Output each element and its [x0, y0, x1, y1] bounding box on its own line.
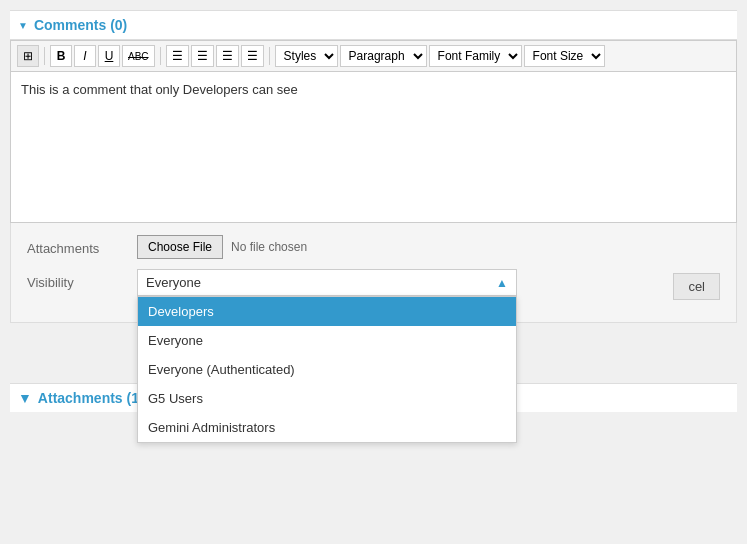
styles-select[interactable]: Styles: [275, 45, 338, 67]
font-size-select[interactable]: Font Size: [524, 45, 605, 67]
grid-icon-button[interactable]: ⊞: [17, 45, 39, 67]
visibility-select-display[interactable]: Everyone ▲: [137, 269, 517, 296]
paragraph-select[interactable]: Paragraph: [340, 45, 427, 67]
comments-section-header[interactable]: ▼ Comments (0): [10, 10, 737, 40]
visibility-control: Everyone ▲ Developers Everyone Everyone …: [137, 269, 673, 296]
dropdown-item-g5-users[interactable]: G5 Users: [138, 384, 516, 413]
visibility-label: Visibility: [27, 269, 137, 290]
toolbar-separator-2: [160, 47, 161, 65]
toolbar-separator-3: [269, 47, 270, 65]
visibility-selected-value: Everyone: [146, 275, 201, 290]
italic-button[interactable]: I: [74, 45, 96, 67]
font-family-select[interactable]: Font Family: [429, 45, 522, 67]
bold-button[interactable]: B: [50, 45, 72, 67]
align-center-button[interactable]: ☰: [191, 45, 214, 67]
attachments-title: Attachments (1): [38, 390, 144, 406]
align-left-button[interactable]: ☰: [166, 45, 189, 67]
page-wrapper: ▼ Comments (0) ⊞ B I U ABC ☰ ☰ ☰ ☰ Style…: [0, 0, 747, 544]
align-justify-button[interactable]: ☰: [241, 45, 264, 67]
attachments-chevron-icon: ▼: [18, 390, 32, 406]
visibility-row: Visibility Everyone ▲ Developers Everyon…: [27, 269, 720, 300]
editor-container: ⊞ B I U ABC ☰ ☰ ☰ ☰ Styles Paragraph Fon…: [10, 40, 737, 223]
form-area: Attachments Choose File No file chosen V…: [10, 223, 737, 323]
cancel-button[interactable]: cel: [673, 273, 720, 300]
visibility-arrow-icon: ▲: [496, 276, 508, 290]
dropdown-item-everyone[interactable]: Everyone: [138, 326, 516, 355]
dropdown-item-everyone-authenticated[interactable]: Everyone (Authenticated): [138, 355, 516, 384]
no-file-text: No file chosen: [231, 240, 307, 254]
attachments-label: Attachments: [27, 235, 137, 256]
toolbar-separator-1: [44, 47, 45, 65]
align-right-button[interactable]: ☰: [216, 45, 239, 67]
attachments-control: Choose File No file chosen: [137, 235, 720, 259]
underline-button[interactable]: U: [98, 45, 120, 67]
editor-content: This is a comment that only Developers c…: [21, 82, 298, 97]
visibility-dropdown-list: Developers Everyone Everyone (Authentica…: [137, 296, 517, 443]
attachments-row: Attachments Choose File No file chosen: [27, 235, 720, 259]
comments-chevron-icon: ▼: [18, 20, 28, 31]
editor-body[interactable]: This is a comment that only Developers c…: [11, 72, 736, 222]
choose-file-button[interactable]: Choose File: [137, 235, 223, 259]
strikethrough-button[interactable]: ABC: [122, 45, 155, 67]
comments-title: Comments (0): [34, 17, 127, 33]
dropdown-item-gemini-admins[interactable]: Gemini Administrators: [138, 413, 516, 442]
file-input-area: Choose File No file chosen: [137, 235, 720, 259]
editor-toolbar: ⊞ B I U ABC ☰ ☰ ☰ ☰ Styles Paragraph Fon…: [11, 41, 736, 72]
dropdown-item-developers[interactable]: Developers: [138, 297, 516, 326]
